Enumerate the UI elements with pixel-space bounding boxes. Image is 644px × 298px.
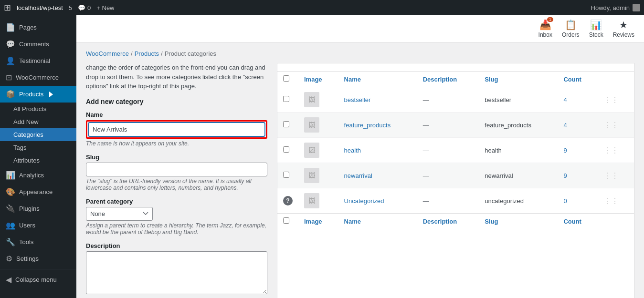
wp-logo-icon[interactable]: ⊞: [4, 2, 11, 13]
slug-form-group: Slug The "slug" is the URL-friendly vers…: [86, 154, 267, 191]
header-name[interactable]: Name: [338, 72, 417, 87]
breadcrumb-products[interactable]: Products: [135, 50, 159, 57]
slug-input[interactable]: [86, 163, 267, 176]
row-slug: uncategorized: [485, 197, 524, 205]
drag-handle[interactable]: ⋮⋮: [603, 146, 619, 154]
row-count[interactable]: 0: [563, 197, 567, 205]
header-count[interactable]: Count: [558, 72, 598, 87]
sidebar-item-users[interactable]: 👥 Users: [0, 217, 76, 234]
row-description: —: [423, 122, 429, 129]
sidebar-label-analytics: Analytics: [19, 172, 44, 179]
categories-table: Image Name Description Slug Count 🖼bests…: [277, 72, 634, 229]
name-input[interactable]: [88, 123, 265, 136]
slug-label: Slug: [86, 154, 267, 161]
sidebar-label-woocommerce: WooCommerce: [16, 74, 59, 81]
categories-table-panel: Image Name Description Slug Count 🖼bests…: [277, 63, 634, 298]
table-header-row: Image Name Description Slug Count: [277, 72, 634, 87]
form-panel: change the order of categories on the fr…: [86, 63, 267, 298]
drag-handle[interactable]: ⋮⋮: [603, 96, 619, 104]
select-all-checkbox[interactable]: [283, 75, 289, 82]
inbox-icon: 📥 1: [539, 19, 551, 31]
sidebar-item-plugins[interactable]: 🔌 Plugins: [0, 200, 76, 217]
table-row: 🖼feature_products—feature_products4⋮⋮: [277, 113, 634, 138]
row-name[interactable]: health: [344, 147, 361, 154]
breadcrumb: WooCommerce / Products / Product categor…: [86, 50, 634, 57]
row-slug: newarrival: [485, 172, 513, 179]
sidebar-item-analytics[interactable]: 📊 Analytics: [0, 167, 76, 184]
toolbar-reviews[interactable]: ★ Reviews: [613, 19, 634, 38]
updates-item[interactable]: 5: [69, 4, 72, 11]
avatar: [633, 4, 640, 11]
collapse-icon: ◀: [6, 275, 11, 284]
sidebar-label-testimonial: Testimonial: [19, 57, 50, 64]
header-drag: [598, 72, 634, 87]
submenu-tags[interactable]: Tags: [0, 141, 76, 154]
updates-count: 5: [69, 4, 72, 11]
breadcrumb-woocommerce[interactable]: WooCommerce: [86, 50, 129, 57]
toolbar-inbox[interactable]: 📥 1 Inbox: [538, 19, 552, 38]
name-field-wrapper: [86, 120, 267, 139]
row-name[interactable]: newarrival: [344, 172, 372, 179]
breadcrumb-sep1: /: [131, 50, 133, 57]
table-row: 🖼health—health9⋮⋮: [277, 138, 634, 163]
name-form-group: Name The name is how it appears on your …: [86, 111, 267, 147]
row-name[interactable]: feature_products: [344, 122, 391, 129]
comments-count: 0: [87, 4, 91, 11]
parent-form-group: Parent category None Assign a parent ter…: [86, 198, 267, 236]
sidebar-item-settings[interactable]: ⚙ Settings: [0, 250, 76, 267]
header-slug[interactable]: Slug: [479, 72, 558, 87]
row-count[interactable]: 4: [563, 96, 567, 103]
parent-label: Parent category: [86, 198, 267, 205]
parent-select[interactable]: None: [86, 207, 153, 221]
row-image: 🖼: [304, 92, 319, 107]
toolbar-orders[interactable]: 📋 Orders: [562, 19, 580, 38]
sidebar-item-collapse[interactable]: ◀ Collapse menu: [0, 271, 76, 288]
sidebar-item-products[interactable]: 📦 Products: [0, 86, 76, 103]
drag-handle[interactable]: ⋮⋮: [603, 172, 619, 180]
row-name[interactable]: bestseller: [344, 96, 371, 103]
row-checkbox[interactable]: [283, 96, 289, 102]
intro-text: change the order of categories on the fr…: [86, 63, 267, 91]
table-row: 🖼newarrival—newarrival9⋮⋮: [277, 163, 634, 188]
sidebar-item-testimonial[interactable]: 👤 Testimonial: [0, 52, 76, 69]
footer-select-all-checkbox[interactable]: [283, 217, 289, 224]
submenu-all-products[interactable]: All Products: [0, 103, 76, 115]
submenu-attributes[interactable]: Attributes: [0, 154, 76, 167]
footer-slug: Slug: [479, 214, 558, 229]
reviews-label: Reviews: [613, 31, 634, 38]
reviews-icon: ★: [619, 19, 628, 31]
row-checkbox[interactable]: [283, 172, 289, 178]
table-top-bar: [277, 63, 634, 72]
row-checkbox[interactable]: [283, 146, 289, 153]
site-name[interactable]: localhost/wp-test: [17, 4, 63, 11]
row-description: —: [423, 172, 429, 179]
header-checkbox-col: [277, 72, 298, 87]
parent-hint: Assign a parent term to create a hierarc…: [86, 222, 267, 236]
row-name[interactable]: Uncategorized: [344, 197, 384, 205]
table-footer-row: Image Name Description Slug Count: [277, 214, 634, 229]
description-textarea[interactable]: [86, 251, 267, 294]
toolbar-stock[interactable]: 📊 Stock: [589, 19, 603, 38]
header-image[interactable]: Image: [298, 72, 338, 87]
drag-handle[interactable]: ⋮⋮: [603, 121, 619, 129]
submenu-add-new[interactable]: Add New: [0, 115, 76, 128]
page-area: WooCommerce / Products / Product categor…: [76, 42, 644, 298]
sidebar-item-comments[interactable]: 💬 Comments: [0, 36, 76, 52]
header-description[interactable]: Description: [417, 72, 479, 87]
sidebar-item-woocommerce[interactable]: ⊡ WooCommerce: [0, 69, 76, 86]
new-item[interactable]: + New: [96, 4, 114, 11]
sidebar-label-products: Products: [19, 91, 43, 98]
row-count[interactable]: 4: [563, 122, 567, 129]
row-count[interactable]: 9: [563, 172, 567, 179]
comments-item[interactable]: 💬 0: [78, 4, 91, 11]
row-count[interactable]: 9: [563, 147, 567, 154]
analytics-icon: 📊: [6, 171, 15, 180]
row-slug: feature_products: [485, 122, 531, 129]
row-checkbox[interactable]: [283, 121, 289, 127]
sidebar-item-tools[interactable]: 🔧 Tools: [0, 234, 76, 250]
sidebar-item-pages[interactable]: 📄 Pages: [0, 19, 76, 36]
row-image: 🖼: [304, 193, 319, 208]
sidebar-item-appearance[interactable]: 🎨 Appearance: [0, 184, 76, 200]
submenu-categories[interactable]: Categories: [0, 128, 76, 141]
drag-handle[interactable]: ⋮⋮: [603, 197, 619, 205]
